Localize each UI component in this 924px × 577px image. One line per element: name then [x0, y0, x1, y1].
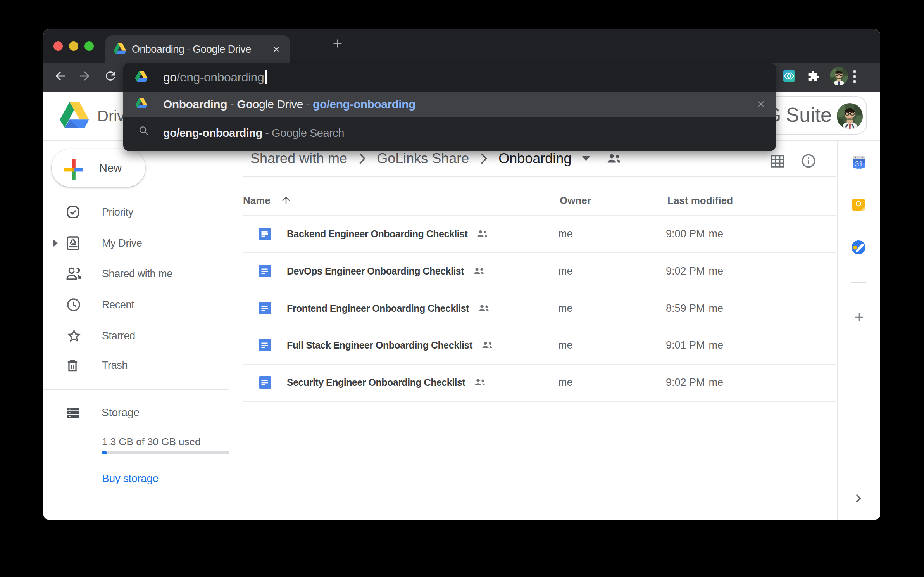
svg-text:31: 31: [855, 160, 863, 168]
